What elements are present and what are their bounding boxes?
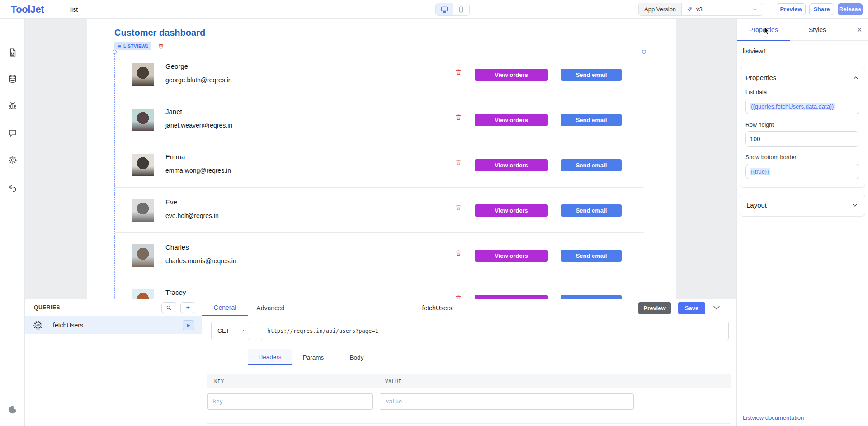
send-email-button[interactable]: Send email [561,114,622,126]
send-email-button[interactable]: Send email [561,204,622,217]
search-queries-button[interactable] [161,302,176,313]
mobile-view-button[interactable] [453,3,469,15]
tooljet-app-builder: ToolJet list [0,0,868,426]
user-email: george.bluth@reqres.in [165,76,232,84]
user-name: Eve [165,198,177,206]
query-name: fetchUsers [53,322,183,329]
field-label: Row height [745,122,859,128]
close-inspector-icon[interactable]: ✕ [854,25,864,35]
tab-general[interactable]: General [202,299,248,316]
listview-documentation-link[interactable]: Listview documentation [743,414,804,421]
search-icon [166,305,172,311]
tab-body[interactable]: Body [335,349,378,365]
show-bottom-border-input[interactable]: {{true}} [745,164,859,179]
avatar [132,154,154,176]
query-panel: QUERIES ＋ API [25,299,736,426]
view-orders-button[interactable]: View orders [475,159,548,171]
delete-row-icon[interactable] [455,68,462,76]
request-url-input[interactable]: https://reqres.in/api/users?page=1 [261,322,729,340]
resize-handle[interactable] [642,50,646,54]
kv-table-header: KEY VALUE [207,374,731,388]
list-item: Eve eve.holt@reqres.in View orders Send … [115,188,644,233]
send-email-button[interactable]: Send email [561,159,622,171]
delete-row-icon[interactable] [455,159,462,166]
queries-title: QUERIES [34,304,157,311]
query-preview-button[interactable]: Preview [638,302,671,314]
properties-section: Properties List data {{queries.fetchUser… [740,67,865,188]
desktop-view-button[interactable] [436,3,453,15]
settings-gear-icon[interactable] [0,151,25,169]
list-item: George george.bluth@reqres.in View order… [115,52,644,97]
header-key-input[interactable]: key [207,393,373,410]
tab-properties[interactable]: Properties [737,19,790,41]
svg-text:API: API [36,324,40,327]
mobile-icon [458,6,465,13]
debugger-bug-icon[interactable] [0,97,25,115]
release-button[interactable]: Release [838,3,863,15]
page-title: Customer dashboard [114,28,205,38]
app-version-control[interactable]: App Version v3 [638,3,763,16]
pages-icon[interactable] [0,43,25,62]
header-value-input[interactable]: value [380,393,634,410]
resize-handle[interactable] [113,50,117,54]
run-query-button[interactable]: ▶ [183,320,194,330]
row-height-input[interactable]: 100 [745,131,859,147]
value-column-header: VALUE [385,379,402,384]
query-save-button[interactable]: Save [678,302,705,314]
view-orders-button[interactable]: View orders [475,69,548,81]
comments-icon[interactable] [0,124,25,142]
layout-section-header[interactable]: Layout [740,194,865,217]
left-sidebar [0,19,25,426]
list-data-input[interactable]: {{queries.fetchUsers.data.data}} [745,99,859,114]
undo-icon[interactable] [0,179,25,197]
tooljet-logo: ToolJet [11,4,44,15]
tab-headers[interactable]: Headers [248,349,292,365]
user-name: Charles [165,243,189,251]
field-label: List data [745,89,859,95]
add-query-button[interactable]: ＋ [180,302,195,313]
user-email: eve.holt@reqres.in [165,212,219,219]
delete-widget-icon[interactable] [158,43,164,49]
query-editor: General Advanced fetchUsers Preview Save… [202,299,736,426]
rocket-icon [686,6,693,13]
tab-styles[interactable]: Styles [790,19,844,41]
properties-section-header[interactable]: Properties [745,74,859,81]
version-value: v3 [696,6,703,13]
http-method-select[interactable]: GET [211,322,250,340]
user-name: Tracey [165,289,186,296]
field-label: Show bottom border [745,154,859,161]
chevron-down-icon [752,3,763,15]
delete-row-icon[interactable] [455,114,462,121]
app-version-label: App Version [639,3,682,15]
avatar [132,244,154,267]
top-header: ToolJet list [0,0,868,19]
dark-mode-moon-icon[interactable] [0,401,25,419]
delete-row-icon[interactable] [455,204,462,211]
query-editor-title: fetchUsers [401,299,473,316]
desktop-icon [440,5,448,14]
list-item: Emma emma.wong@reqres.in View orders Sen… [115,142,644,188]
collapse-panel-chevron-icon[interactable] [712,303,721,312]
view-orders-button[interactable]: View orders [475,204,548,217]
view-orders-button[interactable]: View orders [475,114,548,126]
database-icon[interactable] [0,70,25,88]
listview-widget-icon [118,44,122,48]
view-orders-button[interactable]: View orders [475,250,548,262]
send-email-button[interactable]: Send email [561,250,622,262]
plus-icon: ＋ [185,303,191,312]
send-email-button[interactable]: Send email [561,69,622,81]
app-name: list [70,6,78,13]
share-button[interactable]: Share [809,3,834,15]
list-item: Charles charles.morris@reqres.in View or… [115,233,644,278]
user-name: George [165,62,188,70]
chevron-down-icon [239,328,245,334]
query-list-item-fetchusers[interactable]: API fetchUsers ▶ [25,316,202,334]
delete-row-icon[interactable] [455,249,462,256]
tab-advanced[interactable]: Advanced [248,299,293,316]
tab-params[interactable]: Params [292,349,335,365]
avatar [132,63,154,86]
query-list-pane: QUERIES ＋ API [25,299,202,426]
user-email: janet.weaver@reqres.in [165,122,232,129]
listview-rows: George george.bluth@reqres.in View order… [115,52,644,323]
preview-button[interactable]: Preview [777,3,806,15]
